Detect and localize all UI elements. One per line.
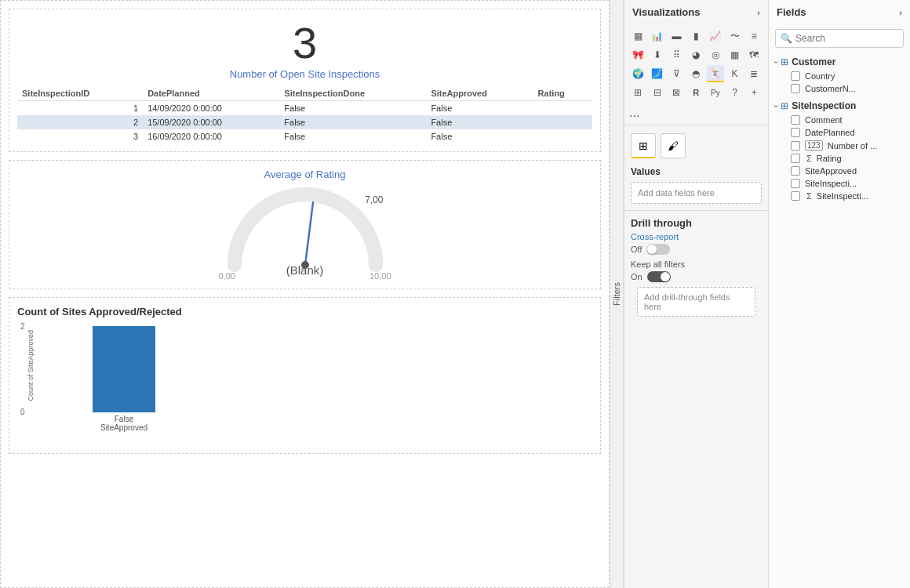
viz-icon-bar[interactable]: 📊 [649,27,666,45]
viz-icon-bar2[interactable]: ▬ [668,27,685,45]
format-row: ⊞ 🖌 [624,129,768,163]
keep-filters-toggle[interactable] [647,271,671,282]
fields-panel-header: Fields › [769,0,910,24]
viz-icon-matrix[interactable]: ⊟ [649,84,666,101]
drill-through-title: Drill through [631,217,762,229]
table-header: DatePlanned [143,86,279,101]
format-paint-icon[interactable]: 🖌 [661,133,686,158]
field-checkbox[interactable] [791,179,800,188]
format-values-icon[interactable]: ⊞ [631,133,656,158]
table-cell: 3 [17,129,143,143]
field-item[interactable]: SiteInspecti... [769,177,910,190]
inspections-table: SiteInspectionIDDatePlannedSiteInspectio… [17,86,592,143]
field-checkbox[interactable] [791,84,800,93]
table-cell: 15/09/2020 0:00:00 [143,115,279,129]
field-item[interactable]: Comment [769,114,910,126]
keep-filters-label: Keep all filters [631,260,762,269]
field-checkbox[interactable] [791,166,800,176]
field-checkbox[interactable] [791,154,800,163]
add-data-fields[interactable]: Add data fields here [631,182,762,204]
viz-icon-waterfall[interactable]: ⬇ [649,46,666,64]
viz-icon-combo[interactable]: ≡ [745,27,763,45]
viz-icon-filled-map[interactable]: 🌍 [629,65,646,82]
viz-icon-custom[interactable]: + [745,84,763,101]
viz-icon-r[interactable]: R [687,84,704,101]
table-cell: False [426,129,533,143]
table-cell: False [426,101,533,116]
viz-icon-pie[interactable]: ◕ [687,46,704,64]
filters-label: Filters [612,282,621,306]
field-checkbox[interactable] [791,141,800,151]
field-group-name: Customer [792,56,835,67]
filters-bar[interactable]: Filters [610,0,624,588]
chevron-down-icon: › [772,60,781,63]
viz-icon-card[interactable]: 🃏 [707,65,724,82]
viz-chevron-right[interactable]: › [757,8,760,17]
viz-icon-azure-map[interactable]: 🗾 [649,65,666,82]
viz-icon-donut[interactable]: ◎ [707,46,724,64]
gauge-title: Average of Rating [17,169,592,180]
sigma-icon: Σ [806,191,812,201]
viz-icon-ribbon[interactable]: 🎀 [629,46,646,64]
viz-icon-kpi[interactable]: K [726,65,744,82]
field-name: Number of ... [828,141,878,151]
viz-icon-gauge[interactable]: ◓ [687,65,704,82]
field-group-header[interactable]: ›⊞Customer [769,54,910,70]
fields-search-box[interactable]: 🔍 [775,29,904,48]
add-drill-through[interactable]: Add drill-through fields here [637,287,755,317]
field-checkbox[interactable] [791,128,800,137]
viz-icon-stacked-bar[interactable]: ▦ [629,27,646,45]
field-checkbox[interactable] [791,115,800,125]
viz-icon-cluster-bar[interactable]: ▮ [687,27,704,45]
bar-y-axis-label: Count of SiteApproved [27,330,35,401]
field-name: DatePlanned [805,128,855,137]
viz-more-dots[interactable]: ... [624,104,768,122]
viz-icon-slicer[interactable]: ≣ [745,65,763,82]
bar-rect [93,326,155,412]
fields-chevron[interactable]: › [899,8,902,17]
svg-line-0 [305,202,313,265]
viz-icon-python[interactable]: Py [707,84,724,101]
viz-icon-table2[interactable]: ⊠ [668,84,685,101]
drill-through-section: Drill through Cross-report Off Keep all … [624,214,768,323]
viz-icon-area[interactable]: 〜 [726,27,744,45]
card-inspections: 3 Number of Open Site Inspections SiteIn… [9,9,601,152]
viz-icons-grid: ▦ 📊 ▬ ▮ 📈 〜 ≡ 🎀 ⬇ ⠿ ◕ ◎ ▦ 🗺 🌍 🗾 ⊽ ◓ 🃏 K … [624,24,768,104]
table-header: SiteInspectionID [17,86,143,101]
field-group-header[interactable]: ›⊞SiteInspection [769,98,910,114]
cross-report-toggle-row: Off [631,244,762,255]
field-item[interactable]: Country [769,70,910,82]
viz-icon-scatter[interactable]: ⠿ [668,46,685,64]
viz-panel: Visualizations › ▦ 📊 ▬ ▮ 📈 〜 ≡ 🎀 ⬇ ⠿ ◕ ◎… [624,0,769,588]
field-item[interactable]: CustomerN... [769,82,910,95]
field-item[interactable]: SiteApproved [769,165,910,177]
table-row: 316/09/2020 0:00:00FalseFalse [17,129,592,143]
bar-x-label: False [115,415,133,423]
viz-icon-qna[interactable]: ? [726,84,744,101]
field-item[interactable]: ΣRating [769,152,910,165]
bar-y2: 2 [20,322,25,331]
search-input[interactable] [795,33,910,44]
field-checkbox[interactable] [791,191,800,201]
bar-title: Count of Sites Approved/Rejected [17,306,592,318]
fields-panel-title: Fields [777,6,806,18]
table-icon: ⊞ [781,56,788,67]
table-cell: 16/09/2020 0:00:00 [143,129,279,143]
viz-icon-map[interactable]: 🗺 [745,46,763,64]
viz-icon-line[interactable]: 📈 [707,27,724,45]
viz-icon-table[interactable]: ⊞ [629,84,646,101]
field-item[interactable]: ΣSiteInspecti... [769,190,910,202]
viz-icon-funnel[interactable]: ⊽ [668,65,685,82]
viz-panel-title: Visualizations [632,6,700,18]
field-checkbox[interactable] [791,71,800,81]
big-number: 3 [17,17,592,68]
gauge-value: 7,00 [365,194,383,205]
fields-panel: Fields › 🔍 ›⊞CustomerCountryCustomerN...… [769,0,910,588]
values-label: Values [624,163,768,179]
bar-x-sub: SiteApproved [100,423,147,432]
viz-icon-treemap[interactable]: ▦ [726,46,744,64]
cross-report-toggle[interactable] [646,244,670,255]
toggle-thumb-on [661,272,670,281]
field-item[interactable]: 123Number of ... [769,139,910,152]
field-item[interactable]: DatePlanned [769,126,910,139]
